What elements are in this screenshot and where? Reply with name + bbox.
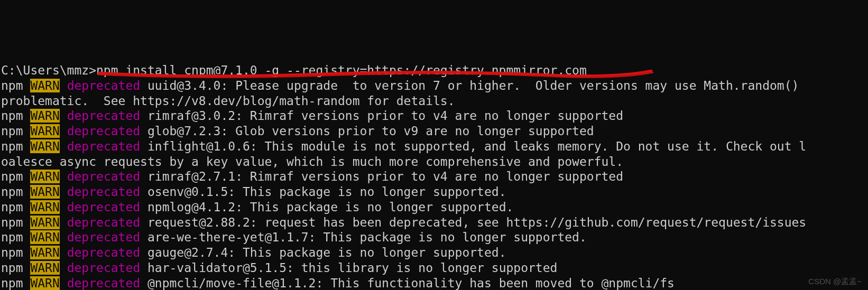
output-line: npm WARN deprecated are-we-there-yet@1.1…: [1, 230, 867, 245]
output-line: problematic. See https://v8.dev/blog/mat…: [1, 93, 867, 109]
warn-label: WARN: [30, 230, 59, 244]
terminal-output: C:\Users\mmz>npm install cnpm@7.1.0 -g -…: [1, 63, 867, 290]
warn-label: WARN: [30, 124, 59, 138]
npm-label: npm: [1, 261, 30, 275]
output-line: npm WARN deprecated uuid@3.4.0: Please u…: [1, 78, 867, 93]
warn-label: WARN: [30, 216, 59, 229]
warn-message: glob@7.2.3: Glob versions prior to v9 ar…: [140, 124, 594, 138]
deprecated-label: deprecated: [67, 109, 140, 123]
deprecated-label: deprecated: [67, 79, 140, 92]
npm-label: npm: [1, 216, 30, 229]
output-line: npm WARN deprecated gauge@2.7.4: This pa…: [1, 245, 867, 260]
watermark: CSDN @孟孟~: [808, 277, 862, 287]
npm-label: npm: [1, 185, 30, 199]
warn-label: WARN: [30, 261, 59, 275]
warn-message: request@2.88.2: request has been depreca…: [140, 216, 806, 229]
npm-label: npm: [1, 246, 30, 259]
npm-label: npm: [1, 276, 30, 290]
warn-message: osenv@0.1.5: This package is no longer s…: [140, 185, 506, 199]
deprecated-label: deprecated: [67, 200, 140, 214]
deprecated-label: deprecated: [67, 185, 140, 199]
warn-message: @npmcli/move-file@1.1.2: This functional…: [140, 276, 675, 290]
warn-message: npmlog@4.1.2: This package is no longer …: [140, 200, 513, 214]
command-line[interactable]: C:\Users\mmz>npm install cnpm@7.1.0 -g -…: [1, 63, 867, 78]
npm-label: npm: [1, 124, 30, 138]
warn-label: WARN: [30, 200, 59, 214]
npm-label: npm: [1, 170, 30, 183]
warn-message: gauge@2.7.4: This package is no longer s…: [140, 246, 506, 259]
warn-label: WARN: [30, 139, 59, 153]
warn-label: WARN: [30, 170, 59, 183]
warn-label: WARN: [30, 276, 59, 290]
prompt: C:\Users\mmz>: [1, 63, 96, 77]
output-line: npm WARN deprecated npmlog@4.1.2: This p…: [1, 200, 867, 215]
output-line: npm WARN deprecated osenv@0.1.5: This pa…: [1, 184, 867, 200]
output-line: npm WARN deprecated request@2.88.2: requ…: [1, 215, 867, 230]
warn-message: har-validator@5.1.5: this library is no …: [140, 261, 557, 275]
output-line: npm WARN deprecated rimraf@3.0.2: Rimraf…: [1, 108, 867, 124]
output-line: npm WARN deprecated har-validator@5.1.5:…: [1, 260, 867, 276]
warn-message: uuid@3.4.0: Please upgrade to version 7 …: [140, 79, 799, 92]
command-text: npm install cnpm@7.1.0 -g --registry=htt…: [96, 63, 587, 77]
warn-message: rimraf@3.0.2: Rimraf versions prior to v…: [140, 109, 623, 123]
output-line: npm WARN deprecated @npmcli/move-file@1.…: [1, 276, 867, 291]
deprecated-label: deprecated: [67, 124, 140, 138]
output-line: npm WARN deprecated rimraf@2.7.1: Rimraf…: [1, 169, 867, 184]
warn-message: are-we-there-yet@1.1.7: This package is …: [140, 230, 587, 244]
deprecated-label: deprecated: [67, 261, 140, 275]
deprecated-label: deprecated: [67, 139, 140, 153]
warn-message: rimraf@2.7.1: Rimraf versions prior to v…: [140, 170, 623, 183]
npm-label: npm: [1, 79, 30, 92]
warn-label: WARN: [30, 246, 59, 259]
warn-message: inflight@1.0.6: This module is not suppo…: [140, 139, 806, 153]
output-message: problematic. See https://v8.dev/blog/mat…: [1, 94, 455, 108]
npm-label: npm: [1, 200, 30, 214]
deprecated-label: deprecated: [67, 246, 140, 259]
output-message: oalesce async requests by a key value, w…: [1, 155, 623, 169]
deprecated-label: deprecated: [67, 276, 140, 290]
warn-label: WARN: [30, 185, 59, 199]
npm-label: npm: [1, 109, 30, 123]
output-line: npm WARN deprecated glob@7.2.3: Glob ver…: [1, 124, 867, 139]
npm-label: npm: [1, 230, 30, 244]
warn-label: WARN: [30, 79, 59, 92]
deprecated-label: deprecated: [67, 230, 140, 244]
output-line: npm WARN deprecated inflight@1.0.6: This…: [1, 139, 867, 154]
deprecated-label: deprecated: [67, 216, 140, 229]
deprecated-label: deprecated: [67, 170, 140, 183]
output-line: oalesce async requests by a key value, w…: [1, 154, 867, 170]
warn-label: WARN: [30, 109, 59, 123]
npm-label: npm: [1, 139, 30, 153]
